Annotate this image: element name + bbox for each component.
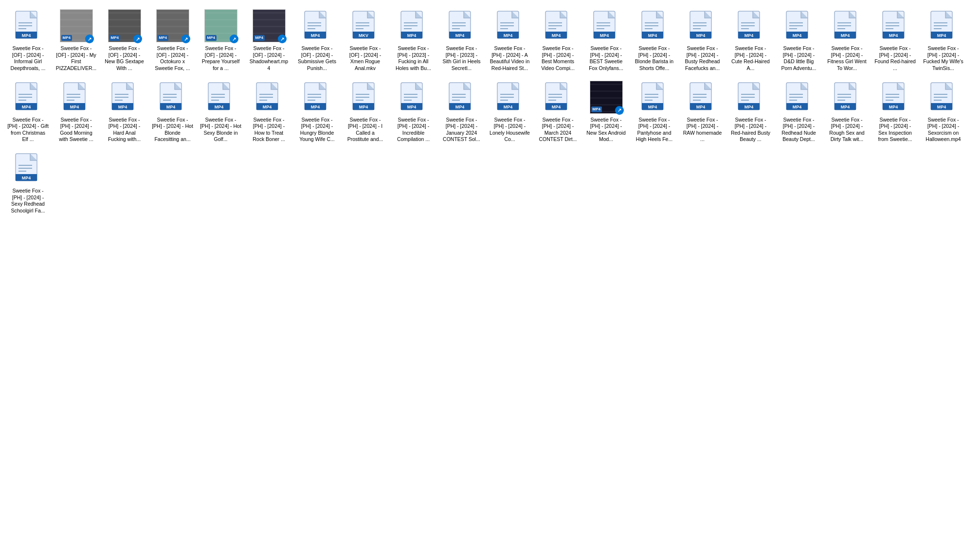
file-item[interactable]: MP4Sweetie Fox - [PH] - [2024] - Sexorci… xyxy=(920,76,966,146)
file-label: Sweetie Fox - [PH] - [2024] - Busty Redh… xyxy=(682,45,723,72)
file-label: Sweetie Fox - [PH] - [2024] - Best Momen… xyxy=(537,45,579,72)
file-item[interactable]: MP4Sweetie Fox - [PH] - [2024] - Gift fr… xyxy=(5,76,51,146)
svg-rect-221 xyxy=(590,90,623,92)
file-item[interactable]: MP4↗Sweetie Fox - [OF] - [2024] - New BG… xyxy=(101,5,147,74)
svg-rect-20 xyxy=(157,12,189,14)
file-item[interactable]: MP4Sweetie Fox - [OF] - [2024] - Informa… xyxy=(5,5,51,74)
file-item[interactable]: MP4Sweetie Fox - [PH] - [2024] - Hot Blo… xyxy=(149,76,196,146)
file-item[interactable]: MP4↗Sweetie Fox - [PH] - [2024] - New Se… xyxy=(583,76,629,146)
svg-text:MP4: MP4 xyxy=(840,33,850,38)
svg-text:MP4: MP4 xyxy=(648,33,657,38)
svg-rect-8 xyxy=(60,12,93,14)
svg-rect-17 xyxy=(109,33,141,34)
file-label: Sweetie Fox - [OF] - [2024] - Submissive… xyxy=(296,45,338,72)
svg-text:MP4: MP4 xyxy=(744,33,753,38)
file-item[interactable]: MP4Sweetie Fox - [PH] - [2024] - March 2… xyxy=(535,76,581,146)
svg-rect-35 xyxy=(253,33,286,34)
file-label: Sweetie Fox - [OF] - [2024] - Octokuro x… xyxy=(152,45,193,72)
file-item[interactable]: MP4Sweetie Fox - [PH] - [2024] - Busty R… xyxy=(679,5,726,74)
file-item[interactable]: MP4Sweetie Fox - [PH] - [2024] - Sex Ins… xyxy=(872,76,918,146)
file-label: Sweetie Fox - [PH] - [2024] - I Called a… xyxy=(345,117,386,143)
file-item[interactable]: MP4Sweetie Fox - [PH] - [2024] - Cute Re… xyxy=(727,5,774,74)
svg-text:MP4: MP4 xyxy=(889,33,898,38)
svg-text:MP4: MP4 xyxy=(696,105,705,109)
file-label: Sweetie Fox - [OF] - [2024] - Informal G… xyxy=(7,45,49,72)
svg-text:MP4: MP4 xyxy=(551,33,561,38)
svg-text:MP4: MP4 xyxy=(792,33,801,38)
svg-text:MP4: MP4 xyxy=(648,105,657,109)
svg-text:MP4: MP4 xyxy=(407,33,416,38)
file-item[interactable]: MKVSweetie Fox - [OF] - [2024] - Xmen Ro… xyxy=(342,5,388,74)
file-label: Sweetie Fox - [PH] - [2024] - Cute Red-H… xyxy=(730,45,771,72)
svg-text:MP4: MP4 xyxy=(503,105,512,109)
svg-rect-15 xyxy=(109,19,141,20)
svg-rect-26 xyxy=(205,12,237,14)
file-label: Sweetie Fox - [PH] - [2024] - Good Morni… xyxy=(55,117,97,143)
file-item[interactable]: MP4↗Sweetie Fox - [OF] - [2024] - Octoku… xyxy=(149,5,196,74)
file-item[interactable]: MP4↗Sweetie Fox - [OF] - [2024] - My Fir… xyxy=(53,5,99,74)
file-item[interactable]: MP4Sweetie Fox - [PH] - [2024] - Redhead… xyxy=(776,76,822,146)
file-item[interactable]: MP4Sweetie Fox - [PH] - [2024] - Hungry … xyxy=(294,76,340,146)
file-label: Sweetie Fox - [PH] - [2024] - Lonely Hou… xyxy=(489,117,530,143)
svg-text:MP4: MP4 xyxy=(407,105,416,109)
file-item[interactable]: MP4Sweetie Fox - [PH] - [2024] - Hard An… xyxy=(101,76,147,146)
svg-text:MP4: MP4 xyxy=(118,105,127,109)
file-label: Sweetie Fox - [PH] - [2024] - Sexy Redhe… xyxy=(7,188,49,214)
file-label: Sweetie Fox - [OF] - [2024] - Prepare Yo… xyxy=(200,45,241,72)
file-label: Sweetie Fox - [PH] - [2024] - Fucked My … xyxy=(923,45,964,72)
file-label: Sweetie Fox - [PH] - [2024] - Hard Anal … xyxy=(104,117,145,143)
file-label: Sweetie Fox - [PH] - [2024] - A Beautifu… xyxy=(489,45,530,72)
file-item[interactable]: MP4Sweetie Fox - [PH] - [2024] - Fitness… xyxy=(824,5,870,74)
file-item[interactable]: MP4Sweetie Fox - [PH] - [2023] - Sith Gi… xyxy=(438,5,485,74)
file-label: Sweetie Fox - [PH] - [2024] - Hot Sexy B… xyxy=(200,117,241,143)
svg-rect-223 xyxy=(590,104,623,106)
file-label: Sweetie Fox - [OF] - [2024] - My First P… xyxy=(55,45,97,72)
file-label: Sweetie Fox - [PH] - [2024] - Blonde Bar… xyxy=(634,45,675,72)
svg-text:MP4: MP4 xyxy=(455,105,464,109)
svg-rect-29 xyxy=(205,33,237,34)
svg-text:MP4: MP4 xyxy=(214,105,223,109)
file-item[interactable]: MP4Sweetie Fox - [PH] - [2024] - BEST Sw… xyxy=(583,5,629,74)
file-item[interactable]: MP4Sweetie Fox - [PH] - [2024] - Sexy Re… xyxy=(5,147,51,217)
file-item[interactable]: MP4Sweetie Fox - [PH] - [2024] - How to … xyxy=(246,76,292,146)
svg-text:MP4: MP4 xyxy=(310,33,320,38)
svg-text:MP4: MP4 xyxy=(503,33,512,38)
file-item[interactable]: MP4Sweetie Fox - [PH] - [2024] - Hot Sex… xyxy=(198,76,244,146)
svg-text:MP4: MP4 xyxy=(70,105,79,109)
svg-text:MKV: MKV xyxy=(359,33,368,38)
file-item[interactable]: MP4Sweetie Fox - [PH] - [2024] - Rough S… xyxy=(824,76,870,146)
file-item[interactable]: MP4Sweetie Fox - [OF] - [2024] - Submiss… xyxy=(294,5,340,74)
file-item[interactable]: MP4Sweetie Fox - [PH] - [2024] - A Beaut… xyxy=(487,5,533,74)
svg-rect-23 xyxy=(157,33,189,34)
svg-rect-28 xyxy=(205,26,237,27)
file-item[interactable]: MP4Sweetie Fox - [PH] - [2024] - Blonde … xyxy=(631,5,677,74)
file-item[interactable]: MP4Sweetie Fox - [PH] - [2024] - Fucked … xyxy=(920,5,966,74)
file-label: Sweetie Fox - [PH] - [2024] - Fitness Gi… xyxy=(826,45,868,72)
file-item[interactable]: MP4Sweetie Fox - [PH] - [2024] - January… xyxy=(438,76,485,146)
svg-rect-27 xyxy=(205,19,237,20)
file-item[interactable]: MP4Sweetie Fox - [PH] - [2024] - Lonely … xyxy=(487,76,533,146)
file-item[interactable]: MP4Sweetie Fox - [PH] - [2024] - Found R… xyxy=(872,5,918,74)
file-item[interactable]: MP4Sweetie Fox - [PH] - [2024] - Incredi… xyxy=(390,76,436,146)
file-item[interactable]: MP4↗Sweetie Fox - [OF] - [2024] - Shadow… xyxy=(246,5,292,74)
file-label: Sweetie Fox - [PH] - [2024] - Rough Sex … xyxy=(826,117,868,143)
file-label: Sweetie Fox - [PH] - [2023] - Fucking in… xyxy=(393,45,434,72)
file-item[interactable]: MP4Sweetie Fox - [PH] - [2024] - I Calle… xyxy=(342,76,388,146)
file-grid: MP4Sweetie Fox - [OF] - [2024] - Informa… xyxy=(0,0,980,222)
file-label: Sweetie Fox - [OF] - [2024] - Shadowhear… xyxy=(248,45,290,72)
svg-text:MP4: MP4 xyxy=(21,176,31,180)
file-item[interactable]: MP4Sweetie Fox - [PH] - [2024] - Good Mo… xyxy=(53,76,99,146)
file-item[interactable]: MP4↗Sweetie Fox - [OF] - [2024] - Prepar… xyxy=(198,5,244,74)
svg-rect-22 xyxy=(157,26,189,27)
svg-rect-16 xyxy=(109,26,141,27)
file-label: Sweetie Fox - [OF] - [2024] - Xmen Rogue… xyxy=(345,45,386,72)
file-item[interactable]: MP4Sweetie Fox - [PH] - [2024] - Pantyho… xyxy=(631,76,677,146)
svg-rect-14 xyxy=(109,12,141,14)
file-item[interactable]: MP4Sweetie Fox - [PH] - [2024] - RAW hom… xyxy=(679,76,726,146)
file-item[interactable]: MP4Sweetie Fox - [PH] - [2024] - D&D lit… xyxy=(776,5,822,74)
file-item[interactable]: MP4Sweetie Fox - [PH] - [2023] - Fucking… xyxy=(390,5,436,74)
svg-text:MP4: MP4 xyxy=(937,33,946,38)
file-label: Sweetie Fox - [PH] - [2024] - March 2024… xyxy=(537,117,579,143)
file-item[interactable]: MP4Sweetie Fox - [PH] - [2024] - Best Mo… xyxy=(535,5,581,74)
file-item[interactable]: MP4Sweetie Fox - [PH] - [2024] - Red-hai… xyxy=(727,76,774,146)
